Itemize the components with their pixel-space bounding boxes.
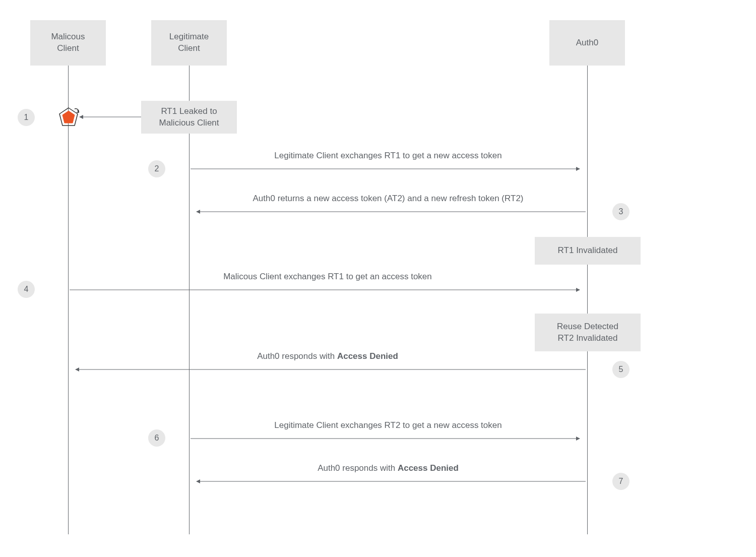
step-num: 1 bbox=[24, 113, 29, 122]
msg-5: Auth0 responds with Access Denied bbox=[71, 351, 585, 362]
step-1: 1 bbox=[18, 109, 35, 126]
step-num: 2 bbox=[155, 164, 159, 173]
step-3: 3 bbox=[612, 203, 629, 220]
step-num: 7 bbox=[619, 477, 623, 486]
sequence-diagram: MalicousClient LegitimateClient Auth0 bbox=[0, 0, 756, 557]
step-num: 3 bbox=[619, 207, 623, 216]
msg-5-prefix: Auth0 responds with bbox=[257, 351, 337, 361]
step-4: 4 bbox=[18, 281, 35, 298]
msg-2: Legitimate Client exchanges RT1 to get a… bbox=[192, 150, 585, 162]
msg-6: Legitimate Client exchanges RT2 to get a… bbox=[192, 420, 585, 431]
step-num: 6 bbox=[155, 434, 159, 443]
step-num: 5 bbox=[619, 365, 623, 374]
msg-4: Malicous Client exchanges RT1 to get an … bbox=[71, 271, 585, 283]
step-6: 6 bbox=[148, 429, 165, 447]
step-5: 5 bbox=[612, 361, 629, 378]
msg-3: Auth0 returns a new access token (AT2) a… bbox=[192, 193, 585, 205]
step-2: 2 bbox=[148, 160, 165, 177]
msg-7-bold: Access Denied bbox=[398, 463, 459, 473]
msg-5-bold: Access Denied bbox=[337, 351, 398, 361]
msg-7-prefix: Auth0 responds with bbox=[318, 463, 398, 473]
msg-7: Auth0 responds with Access Denied bbox=[192, 463, 585, 474]
step-7: 7 bbox=[612, 473, 629, 490]
shield-icon bbox=[59, 108, 79, 126]
step-num: 4 bbox=[24, 285, 29, 294]
